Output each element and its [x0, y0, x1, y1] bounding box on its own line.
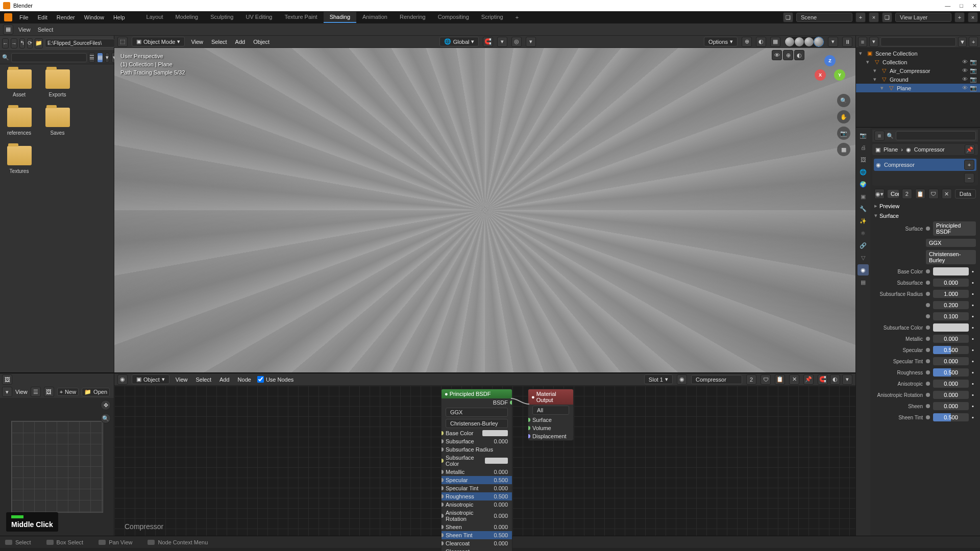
- tab-material-icon[interactable]: ◉: [857, 264, 869, 276]
- value-field[interactable]: 0.000: [933, 279, 969, 287]
- tab-viewlayer-icon[interactable]: 🖼: [857, 154, 869, 165]
- value-field[interactable]: 0.500: [933, 368, 969, 377]
- surface-type-field[interactable]: Principled BSDF: [933, 221, 976, 236]
- outliner-item-plane[interactable]: ▾▽Plane👁📷: [856, 84, 980, 92]
- visibility-icon[interactable]: 👁: [962, 85, 968, 91]
- snap-node-icon[interactable]: 🧲: [818, 374, 828, 385]
- close-icon[interactable]: ✕: [972, 3, 977, 9]
- material-pin-icon[interactable]: 📌: [803, 374, 814, 385]
- bsdf-row-subsurface-radius[interactable]: Subsurface Radius: [442, 445, 512, 454]
- outliner-item-collection[interactable]: ▾▽Collection👁📷: [856, 58, 980, 66]
- perspective-icon[interactable]: ▦: [837, 143, 850, 156]
- material-newcopy-icon[interactable]: 📋: [915, 189, 925, 199]
- tab-physics-icon[interactable]: ⚛: [857, 228, 869, 239]
- value-field[interactable]: 0.500: [933, 346, 969, 354]
- scene-browse-icon[interactable]: ❏: [783, 12, 793, 22]
- bsdf-row-clearcoat[interactable]: Clearcoat0.000: [442, 539, 512, 547]
- value-field[interactable]: 1.000: [933, 290, 969, 298]
- tab-texture-icon[interactable]: ▦: [857, 277, 869, 288]
- render-icon[interactable]: 📷: [970, 76, 977, 83]
- snap-type-icon[interactable]: ▾: [497, 37, 507, 47]
- outliner-item-air_compressor[interactable]: ▾▽Air_Compressor👁📷: [856, 66, 980, 75]
- menu-render[interactable]: Render: [53, 13, 79, 21]
- tab-constraints-icon[interactable]: 🔗: [857, 240, 869, 251]
- image-new-button[interactable]: + New: [57, 388, 79, 396]
- forward-icon[interactable]: →: [11, 38, 17, 48]
- select-menu[interactable]: Select: [36, 27, 56, 33]
- bsdf-row-specular-tint[interactable]: Specular Tint0.000: [442, 484, 512, 492]
- gizmo-display-icon[interactable]: ⊕: [783, 50, 793, 60]
- bsdf-sss-method[interactable]: Christensen-Burley: [442, 418, 512, 429]
- material-slot-dropdown[interactable]: Slot 1 ▾: [644, 374, 673, 384]
- breadcrumb-obj[interactable]: Plane: [884, 146, 898, 153]
- node-view-menu[interactable]: View: [174, 377, 190, 383]
- file-browser-body[interactable]: AssetExportsreferencesSavesTextures: [0, 64, 114, 372]
- mode-dropdown[interactable]: ▣ Object Mode ▾: [132, 37, 185, 46]
- value-field[interactable]: 0.100: [933, 312, 969, 320]
- folder-textures[interactable]: Textures: [5, 146, 33, 174]
- viewport-object-menu[interactable]: Object: [251, 39, 272, 45]
- principled-bsdf-node[interactable]: ● Principled BSDF BSDF GGX Christensen-B…: [441, 389, 512, 551]
- tab-object-icon[interactable]: ▣: [857, 191, 869, 202]
- display-settings-icon[interactable]: ▾: [105, 53, 109, 63]
- node-editor-type-icon[interactable]: ◉: [117, 374, 128, 385]
- outliner-filter-icon[interactable]: ▼: [958, 37, 967, 47]
- node-select-menu[interactable]: Select: [193, 377, 213, 383]
- outliner-type-icon[interactable]: ≡: [858, 37, 867, 47]
- value-field[interactable]: 0.000: [933, 391, 969, 399]
- render-icon[interactable]: 📷: [970, 59, 977, 65]
- outliner-new-collection-icon[interactable]: +: [969, 37, 978, 47]
- workspace-tab-shading[interactable]: Shading: [324, 12, 356, 23]
- image-editor-type-icon[interactable]: 🖼: [2, 374, 12, 385]
- workspace-tab-animation[interactable]: Animation: [356, 12, 394, 23]
- minimize-icon[interactable]: —: [945, 3, 950, 9]
- material-name-input[interactable]: Compressor: [691, 375, 742, 384]
- material-name-field[interactable]: Compres...: [888, 190, 899, 198]
- solid-shading-icon[interactable]: [795, 37, 804, 46]
- tab-scene-icon[interactable]: 🌐: [857, 166, 869, 178]
- gizmo-toggle-icon[interactable]: ⊕: [742, 37, 752, 47]
- node-add-menu[interactable]: Add: [217, 377, 232, 383]
- bsdf-row-base-color[interactable]: Base Color: [442, 429, 512, 437]
- material-browse-icon[interactable]: ◉: [677, 374, 687, 385]
- image-mode-icon[interactable]: ▾: [2, 387, 12, 397]
- value-field[interactable]: 0.000: [933, 380, 969, 388]
- use-nodes-checkbox[interactable]: Use Nodes: [257, 376, 293, 383]
- folder-exports[interactable]: Exports: [43, 69, 71, 97]
- material-users-button[interactable]: 2: [746, 374, 756, 385]
- render-icon[interactable]: 📷: [970, 67, 977, 74]
- outliner-tree[interactable]: ▾▣ Scene Collection ▾▽Collection👁📷▾▽Air_…: [856, 48, 980, 93]
- viewlayer-new-icon[interactable]: +: [954, 12, 965, 22]
- tab-modifiers-icon[interactable]: 🔧: [857, 203, 869, 214]
- menu-edit[interactable]: Edit: [34, 13, 52, 21]
- matprev-shading-icon[interactable]: [804, 37, 814, 46]
- folder-references[interactable]: references: [5, 108, 33, 136]
- refresh-icon[interactable]: ⟳: [27, 38, 33, 48]
- options-dropdown[interactable]: Options ▾: [704, 37, 738, 46]
- folder-asset[interactable]: Asset: [5, 69, 33, 97]
- material-new-icon[interactable]: 📋: [775, 374, 785, 385]
- outliner-search-input[interactable]: [880, 37, 956, 46]
- material-fakeuser-icon[interactable]: 🛡: [928, 189, 939, 199]
- visibility-icon[interactable]: 👁: [962, 59, 968, 65]
- orientation-dropdown[interactable]: 🌐 Global ▾: [439, 37, 479, 46]
- pan-icon[interactable]: ✥: [101, 400, 111, 410]
- overlay-display-icon[interactable]: ◐: [794, 50, 804, 60]
- workspace-tab-compositing[interactable]: Compositing: [432, 12, 475, 23]
- section-preview[interactable]: ▸Preview: [872, 201, 978, 211]
- node-node-menu[interactable]: Node: [236, 377, 253, 383]
- node-settings-icon[interactable]: ▾: [842, 374, 852, 385]
- slot-remove-icon[interactable]: −: [964, 173, 974, 183]
- menu-window[interactable]: Window: [80, 13, 108, 21]
- node-editor-canvas[interactable]: Compressor ● Principled BSDF BSDF GGX Ch…: [114, 386, 855, 536]
- image-editor-body[interactable]: ✥ 🔍 Middle Click: [0, 398, 114, 536]
- pan-viewport-icon[interactable]: ✋: [837, 110, 850, 123]
- workspace-tab-uv-editing[interactable]: UV Editing: [239, 12, 278, 23]
- bsdf-row-sheen-tint[interactable]: Sheen Tint0.500: [442, 531, 512, 539]
- pause-render-icon[interactable]: ⏸: [842, 37, 852, 47]
- breadcrumb-mat[interactable]: Compressor: [914, 146, 945, 153]
- value-field[interactable]: 0.000: [933, 335, 969, 343]
- viewlayer-name-input[interactable]: View Layer: [895, 13, 951, 22]
- properties-search-input[interactable]: [896, 131, 976, 140]
- viewport-select-menu[interactable]: Select: [209, 39, 229, 45]
